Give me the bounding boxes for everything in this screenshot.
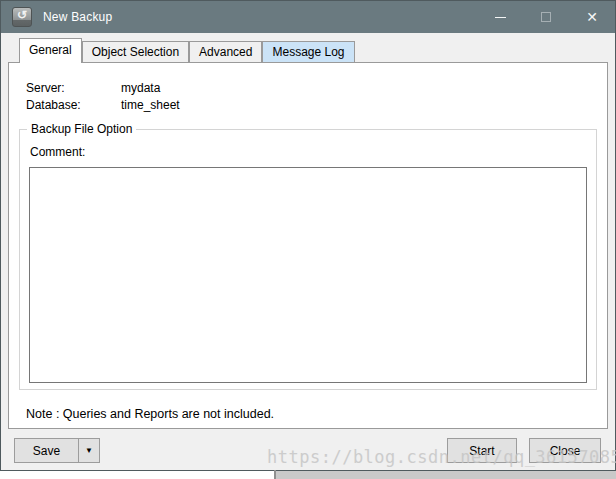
background-gray-area [276,471,616,479]
tab-advanced[interactable]: Advanced [189,41,262,62]
note-text: Note : Queries and Reports are not inclu… [26,407,274,421]
database-row: Database: time_sheet [26,97,180,114]
new-backup-window: ↺ New Backup ✕ General Object Selection [0,0,616,471]
comment-label: Comment: [30,145,85,159]
tab-object-selection[interactable]: Object Selection [82,41,189,62]
tab-general[interactable]: General [19,38,82,63]
minimize-button[interactable] [477,1,523,33]
comment-textarea[interactable] [29,167,587,383]
window-title: New Backup [43,10,112,24]
save-button[interactable]: Save [15,444,78,458]
server-label: Server: [26,80,121,97]
server-row: Server: mydata [26,80,180,97]
database-value: time_sheet [121,97,180,114]
start-button[interactable]: Start [447,438,517,463]
backup-icon: ↺ [12,7,32,27]
backup-file-option-legend: Backup File Option [27,122,136,136]
server-value: mydata [121,80,160,97]
close-button[interactable]: ✕ [569,1,615,33]
tab-strip: General Object Selection Advanced Messag… [19,38,355,63]
database-label: Database: [26,97,121,114]
tab-message-log[interactable]: Message Log [262,41,354,62]
close-icon: ✕ [586,10,598,24]
close-dialog-button[interactable]: Close [529,438,601,463]
button-bar: Save ▼ Start Close [1,430,615,470]
chevron-down-icon[interactable]: ▼ [79,439,99,462]
maximize-icon [541,12,551,22]
connection-info: Server: mydata Database: time_sheet [26,80,180,114]
window-controls: ✕ [477,1,615,33]
backup-file-option-group: Backup File Option Comment: [19,122,597,390]
titlebar[interactable]: ↺ New Backup ✕ [1,1,615,33]
tabpage-general: Server: mydata Database: time_sheet Back… [8,62,608,429]
minimize-icon [495,17,506,18]
dialog-body: General Object Selection Advanced Messag… [1,33,615,470]
screenshot-stage: ↺ New Backup ✕ General Object Selection [0,0,616,479]
maximize-button[interactable] [523,1,569,33]
save-split-button[interactable]: Save ▼ [14,438,100,463]
